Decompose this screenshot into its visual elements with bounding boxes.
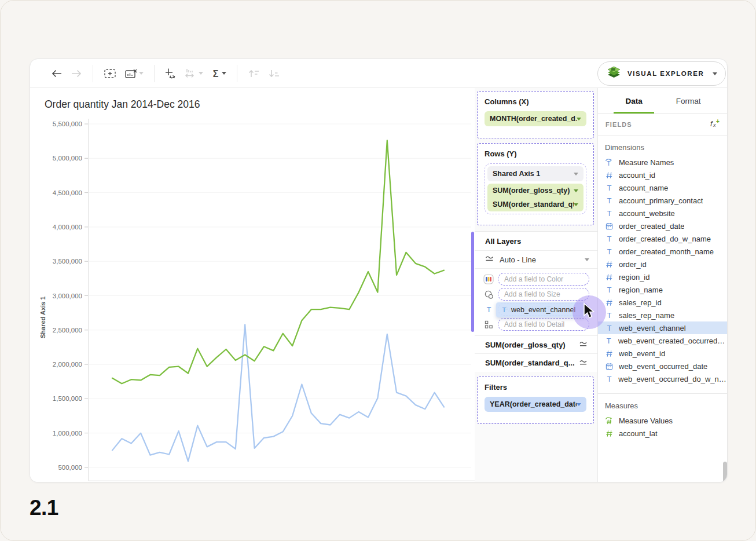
chevron-down-icon[interactable] [577,403,581,406]
field-order-id[interactable]: order_id [598,258,728,270]
number-icon [605,299,614,306]
svg-text:T: T [607,324,612,332]
chevron-down-icon [139,72,144,75]
back-arrow-button[interactable] [51,69,63,78]
chevron-down-icon[interactable] [577,118,581,120]
tab-data[interactable]: Data [622,88,645,114]
sort-descending-button [268,69,280,78]
measures-list: Measure Valuesaccount_lat [598,414,728,440]
sigma-button[interactable]: Σ [211,68,226,79]
filters-shelf[interactable]: Filters YEAR(order_created_date) [477,376,594,424]
app-window: Σ VISUAL EXPLORER Order quantity Jan 201… [30,59,728,482]
chevron-down-icon [713,72,717,75]
fit-chart-button [185,68,203,79]
chart-area: Order quantity Jan 2014-Dec 2016 5,500,0… [30,88,475,482]
fields-label: FIELDS [605,121,708,128]
text-icon: T [605,312,614,319]
add-calculated-field-icon[interactable]: f x + [708,119,721,130]
text-icon: T [605,324,614,332]
line-mark-icon [485,254,494,265]
visual-explorer-menu[interactable]: VISUAL EXPLORER [597,61,726,86]
calendar-icon [605,222,614,230]
number-green-icon [605,430,614,437]
filter-pill-year-order-created-date[interactable]: YEAR(order_created_date) [485,397,586,412]
svg-text:T: T [607,184,612,192]
field-account-lat[interactable]: account_lat [598,427,728,440]
layer-rows: SUM(order_gloss_qty)SUM(order_standard_q… [475,336,597,372]
chevron-down-icon [199,72,203,75]
field-web-event-id[interactable]: web_event_id [598,347,728,360]
svg-text:2,500,000: 2,500,000 [53,327,82,334]
field-web-event-occurred-do-w-name[interactable]: Tweb_event_occurred_do_w_name [598,372,728,385]
dragged-field-pill[interactable]: T web_event_channel [496,302,585,317]
mark-type-dropdown[interactable]: Auto - Line [475,251,597,269]
svg-text:T: T [607,160,611,166]
color-icon [483,274,494,284]
chevron-down-icon[interactable] [574,189,578,192]
measures-label: Measures [598,394,728,414]
rows-shelf-label: Rows (Y) [485,149,586,158]
layer-row[interactable]: SUM(order_standard_q... [475,354,597,372]
field-sales-rep-name[interactable]: Tsales_rep_name [598,309,728,321]
measure-names-icon: T [605,158,614,166]
svg-text:T: T [607,210,612,217]
rows-pill[interactable]: SUM(order_standard_qty) [487,198,583,211]
visual-explorer-logo-icon [606,65,622,82]
rows-pill[interactable]: SUM(order_gloss_qty) [487,184,583,198]
layer-row[interactable]: SUM(order_gloss_qty) [475,336,597,354]
svg-text:Shared Axis 1: Shared Axis 1 [39,297,46,338]
sidebar-tabs: DataFormat [598,88,728,114]
scrollbar-thumb[interactable] [723,462,727,482]
chart-title: Order quantity Jan 2014-Dec 2016 [45,98,200,111]
tab-format[interactable]: Format [673,88,704,114]
text-field-icon: T [501,306,508,313]
columns-shelf-label: Columns (X) [485,97,586,106]
drop-target-size[interactable]: Add a field to Size [498,288,589,301]
field-region-name[interactable]: Tregion_name [598,283,728,296]
all-layers-label: All Layers [475,232,597,251]
field-web-event-occurred-date[interactable]: web_event_occurred_date [598,360,728,372]
field-order-created-date[interactable]: order_created_date [598,220,728,232]
chevron-down-icon[interactable] [574,203,578,206]
add-sheet-button[interactable] [104,68,116,79]
field-account-id[interactable]: account_id [598,169,728,181]
svg-text:4,500,000: 4,500,000 [53,189,82,196]
field-account-name[interactable]: Taccount_name [598,181,728,194]
field-web-event-created-occurred-na-[interactable]: Tweb_event_created_occurred_na... [598,334,728,347]
svg-text:+: + [716,119,720,125]
field-region-id[interactable]: region_id [598,270,728,283]
rows-shelf[interactable]: Rows (Y) Shared Axis 1 SUM(order_gloss_q… [477,143,594,225]
svg-text:Σ: Σ [213,68,219,78]
swap-axes-button[interactable] [165,68,177,79]
chevron-down-icon [222,72,226,75]
page-number: 2.1 [30,496,58,520]
columns-shelf[interactable]: Columns (X) MONTH(order_created_d... [477,91,594,138]
line-chart[interactable]: 5,500,0005,000,0004,500,0004,000,0003,50… [30,88,475,482]
svg-text:1,500,000: 1,500,000 [53,395,82,402]
number-icon [605,273,614,281]
svg-text:T: T [502,306,507,313]
shared-axis-pill[interactable]: Shared Axis 1 [487,166,583,181]
svg-text:4,000,000: 4,000,000 [53,224,82,231]
chevron-down-icon[interactable] [585,258,589,261]
line-mark-icon [579,358,588,368]
field-web-event-channel[interactable]: Tweb_event_channel [598,321,728,334]
text-icon: T [605,210,614,217]
field-measure-values[interactable]: Measure Values [598,414,728,427]
mouse-cursor-icon [582,302,597,320]
field-measure-names[interactable]: TMeasure Names [598,156,728,169]
field-account-primary-contact[interactable]: Taccount_primary_contact [598,194,728,207]
field-account-website[interactable]: Taccount_website [598,207,728,220]
svg-text:3,500,000: 3,500,000 [53,258,82,265]
drop-target-detail[interactable]: Add a field to Detail [498,318,589,331]
field-order-created-do-w-name[interactable]: Torder_created_do_w_name [598,232,728,245]
svg-text:T: T [607,337,611,345]
field-order-created-month-name[interactable]: Torder_created_month_name [598,245,728,258]
chevron-down-icon[interactable] [574,173,578,176]
columns-pill-month-order-created-date[interactable]: MONTH(order_created_d... [485,111,586,126]
drop-target-color[interactable]: Add a field to Color [498,273,589,286]
detail-icon [483,320,494,329]
remove-sheet-button[interactable] [124,68,144,79]
field-sales-rep-id[interactable]: sales_rep_id [598,296,728,309]
svg-text:T: T [486,306,491,313]
